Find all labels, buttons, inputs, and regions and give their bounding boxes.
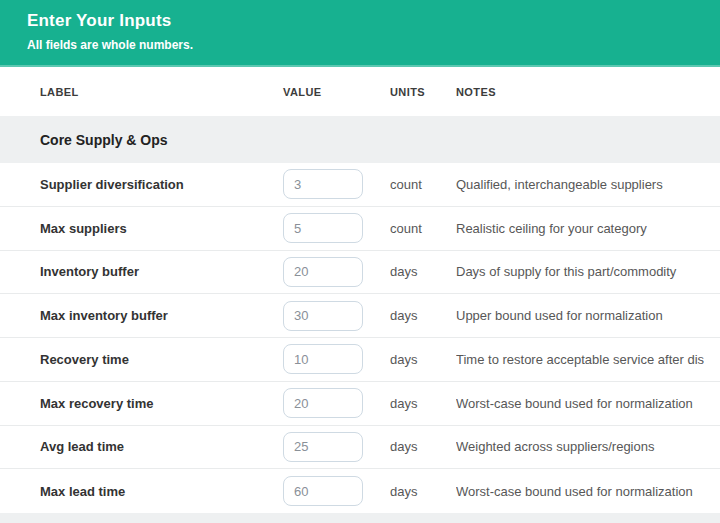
value-cell (283, 301, 390, 331)
value-input[interactable] (283, 388, 363, 418)
value-input[interactable] (283, 432, 363, 462)
row-label: Max recovery time (40, 396, 283, 411)
section-title: Core Supply & Ops (40, 132, 168, 148)
table-row: Avg lead time days Weighted across suppl… (0, 426, 720, 470)
row-label: Supplier diversification (40, 177, 283, 192)
table-row: Max suppliers count Realistic ceiling fo… (0, 207, 720, 251)
table-row: Inventory buffer days Days of supply for… (0, 251, 720, 295)
value-input[interactable] (283, 476, 363, 506)
row-label: Avg lead time (40, 439, 283, 454)
row-units: count (390, 221, 456, 236)
row-notes: Days of supply for this part/commodity (456, 264, 704, 279)
column-header-units: UNITS (390, 86, 456, 98)
row-units: count (390, 177, 456, 192)
row-notes: Upper bound used for normalization (456, 308, 704, 323)
row-units: days (390, 396, 456, 411)
next-section-band (0, 513, 720, 523)
column-header-label: LABEL (40, 86, 283, 98)
column-header-row: LABEL VALUE UNITS NOTES (0, 67, 720, 116)
row-notes: Worst-case bound used for normalization (456, 396, 704, 411)
page-subtitle: All fields are whole numbers. (27, 38, 693, 52)
row-units: days (390, 308, 456, 323)
row-notes: Realistic ceiling for your category (456, 221, 704, 236)
value-cell (283, 213, 390, 243)
section-header: Core Supply & Ops (0, 116, 720, 163)
table-row: Max lead time days Worst-case bound used… (0, 469, 720, 513)
row-label: Max inventory buffer (40, 308, 283, 323)
column-header-notes: NOTES (456, 86, 704, 98)
table-row: Recovery time days Time to restore accep… (0, 338, 720, 382)
row-units: days (390, 264, 456, 279)
row-units: days (390, 352, 456, 367)
row-notes: Weighted across suppliers/regions (456, 439, 704, 454)
column-header-value: VALUE (283, 86, 390, 98)
row-label: Max lead time (40, 484, 283, 499)
row-notes: Worst-case bound used for normalization (456, 484, 704, 499)
value-input[interactable] (283, 257, 363, 287)
value-input[interactable] (283, 169, 363, 199)
value-cell (283, 169, 390, 199)
panel-header: Enter Your Inputs All fields are whole n… (0, 0, 720, 67)
value-input[interactable] (283, 213, 363, 243)
row-label: Recovery time (40, 352, 283, 367)
table-row: Max recovery time days Worst-case bound … (0, 382, 720, 426)
value-cell (283, 257, 390, 287)
value-input[interactable] (283, 344, 363, 374)
value-cell (283, 344, 390, 374)
value-cell (283, 432, 390, 462)
row-label: Max suppliers (40, 221, 283, 236)
row-notes: Time to restore acceptable service after… (456, 352, 704, 367)
row-units: days (390, 439, 456, 454)
row-units: days (390, 484, 456, 499)
page-title: Enter Your Inputs (27, 10, 693, 32)
input-rows: Supplier diversification count Qualified… (0, 163, 720, 513)
table-row: Max inventory buffer days Upper bound us… (0, 294, 720, 338)
value-cell (283, 476, 390, 506)
value-input[interactable] (283, 301, 363, 331)
row-notes: Qualified, interchangeable suppliers (456, 177, 704, 192)
row-label: Inventory buffer (40, 264, 283, 279)
value-cell (283, 388, 390, 418)
table-row: Supplier diversification count Qualified… (0, 163, 720, 207)
